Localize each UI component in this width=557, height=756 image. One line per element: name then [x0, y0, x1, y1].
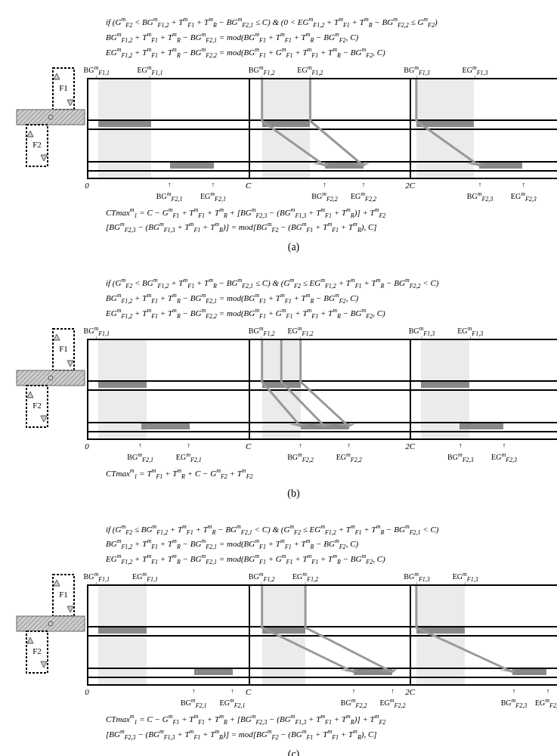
up-arrow-icon: ↑: [459, 442, 463, 449]
up-arrow-icon: ↑: [512, 687, 516, 695]
axis-label: 0: [85, 442, 89, 451]
equation-line: BGmF1,2 + TmF1 + TmR − BGmF2,1 = mod(BGm…: [106, 537, 557, 552]
f1-green-seg: [262, 382, 301, 388]
panel-a: if (GmF2 < BGmF1,2 + TmF1 + TmR − BGmF2,…: [15, 15, 557, 253]
axis-label: 0: [85, 687, 89, 696]
up-arrow-icon: ↑: [352, 687, 356, 695]
lane-f1: [88, 627, 557, 634]
up-arrow-icon: ↑: [212, 181, 215, 188]
svg-text:F1: F1: [59, 344, 68, 353]
marker-label: EGmF2,3: [491, 451, 517, 463]
marker-label: BGmF2,2: [287, 451, 314, 463]
marker-label: EGmF2,3: [511, 191, 537, 203]
lane-f2-bot: [88, 170, 557, 172]
up-arrow-icon: ↑: [299, 442, 302, 449]
equation-line: [BGmF2,3 − (BGmF1,3 + TmF1 + TmR)] = mod…: [106, 727, 557, 742]
svg-point-19: [48, 376, 53, 380]
axis-label: C: [246, 442, 251, 451]
f2-green-seg: [194, 669, 233, 675]
top-equations: if (GmF2 < BGmF1,2 + TmF1 + TmR − BGmF2,…: [106, 15, 557, 60]
marker-label: EGmF2,1: [176, 451, 202, 463]
marker-label: BGmF2,1: [127, 451, 153, 463]
svg-text:F2: F2: [32, 401, 42, 410]
equation-line: CTmaxm1 = C − GmF1 + TmF1 + TmR + [BGmF2…: [106, 206, 557, 221]
f1-green-seg: [98, 382, 147, 388]
up-arrow-icon: ↑: [187, 442, 191, 449]
lane-f2-bot: [88, 431, 557, 432]
up-arrow-icon: ↑: [192, 687, 196, 695]
f1-green-seg: [98, 627, 147, 634]
marker-label: BGmF2,1: [156, 191, 183, 203]
f2-green-seg: [512, 669, 546, 675]
bottom-equations: CTmaxm1 = C − GmF1 + TmF1 + TmR + [BGmF2…: [106, 206, 557, 236]
equation-line: [BGmF2,3 − (BGmF1,3 + TmF1 + TmR)] = mod…: [106, 220, 557, 235]
marker-label: BGmF2,2: [341, 697, 367, 709]
f2-green-seg: [325, 163, 364, 169]
axis-label: 2C: [405, 442, 415, 451]
up-arrow-icon: ↑: [503, 442, 506, 449]
top-equations: if (GmF2 ≤ BGmF1,2 + TmF1 + TmR − BGmF2,…: [106, 522, 557, 568]
f2-green-seg: [460, 423, 503, 429]
svg-point-30: [48, 621, 53, 626]
intersection-schematic: F1 F2: [15, 325, 87, 432]
equation-line: EGmF1,2 + TmF1 + TmR − BGmF2,1 = mod(BGm…: [106, 552, 557, 567]
lane-f1: [88, 382, 557, 388]
f2-green-seg: [141, 423, 190, 429]
lane-f1-bot: [88, 129, 557, 130]
lane-f2-bot: [88, 677, 557, 678]
up-arrow-icon: ↑: [522, 181, 526, 188]
f2-green-seg: [354, 669, 392, 675]
f1-green-seg: [98, 121, 151, 127]
f2-green-seg: [479, 163, 522, 169]
bottom-equations: CTmaxm1 = C − GmF1 + TmF1 + TmR + [BGmF2…: [106, 712, 557, 742]
marker-label: BGmF2,3: [501, 697, 528, 709]
marker-label: EGmF2,3: [535, 697, 557, 709]
bottom-markers: 0↑BGmF2,1↑EGmF2,1C↑BGmF2,2↑EGmF2,22C↑BGm…: [87, 440, 557, 466]
top-markers: BGmF1,1↓EGmF1,1↓BGmF1,2↓EGmF1,2↓BGmF1,3↓…: [87, 571, 557, 584]
marker-label: EGmF2,2: [351, 191, 376, 203]
marker-label: BGmF2,2: [311, 191, 338, 203]
f1-green-seg: [416, 121, 475, 127]
panel-c: if (GmF2 ≤ BGmF1,2 + TmF1 + TmR − BGmF2,…: [15, 522, 557, 756]
axis-label: C: [246, 181, 251, 190]
f1-green-seg: [262, 627, 305, 634]
lane-f1-bot: [88, 389, 557, 391]
panel-label: (c): [15, 748, 557, 756]
intersection-diagram: F1 F2: [15, 64, 87, 170]
equation-line: EGmF1,2 + TmF1 + TmR − BGmF2,2 = mod(BGm…: [106, 306, 557, 321]
marker-label: EGmF2,1: [220, 697, 246, 709]
lane-f1-bot: [88, 635, 557, 637]
up-arrow-icon: ↑: [546, 687, 550, 695]
marker-label: EGmF2,2: [336, 451, 362, 463]
equation-line: BGmF1,2 + TmF1 + TmR − BGmF2,1 = mod(BGm…: [106, 291, 557, 306]
panel-label: (b): [15, 488, 557, 500]
up-arrow-icon: ↑: [362, 181, 366, 188]
equation-line: if (GmF2 < BGmF1,2 + TmF1 + TmR − BGmF2,…: [106, 276, 557, 291]
timeline: F1F2: [87, 78, 557, 179]
intersection-diagram: F1 F2: [15, 571, 87, 677]
timeline: F1F2: [87, 339, 557, 440]
timeline: F1F2: [87, 584, 557, 686]
equation-line: CTmaxm1 = C − GmF1 + TmF1 + TmR + [BGmF2…: [106, 712, 557, 727]
panel-b: if (GmF2 < BGmF1,2 + TmF1 + TmR − BGmF2,…: [15, 276, 557, 499]
equation-line: if (GmF2 < BGmF1,2 + TmF1 + TmR − BGmF2,…: [106, 15, 557, 30]
marker-label: BGmF2,1: [181, 697, 207, 709]
f2-green-seg: [170, 163, 213, 169]
f2-green-seg: [301, 423, 349, 429]
bottom-markers: 0↑BGmF2,1↑EGmF2,1C↑BGmF2,2↑EGmF2,22C↑BGm…: [87, 686, 557, 712]
up-arrow-icon: ↑: [323, 181, 326, 188]
marker-label: EGmF2,2: [379, 697, 405, 709]
equation-line: BGmF1,2 + TmF1 + TmR − BGmF2,1 = mod(BGm…: [106, 30, 557, 45]
f1-green-seg: [416, 627, 465, 634]
lane-f2: [88, 163, 557, 169]
up-arrow-icon: ↑: [231, 687, 234, 695]
equation-line: CTmaxm1 = TmF1 + TmR + C − GmF2 + TmF2: [106, 466, 557, 482]
intersection-schematic: F1 F2: [15, 571, 87, 678]
top-equations: if (GmF2 < BGmF1,2 + TmF1 + TmR − BGmF2,…: [106, 276, 557, 321]
marker-label: EGmF2,1: [200, 191, 226, 203]
f1-green-seg: [262, 121, 311, 127]
svg-point-8: [48, 115, 53, 119]
svg-text:F1: F1: [59, 83, 68, 92]
up-arrow-icon: ↑: [347, 442, 351, 449]
up-arrow-icon: ↑: [478, 181, 482, 188]
